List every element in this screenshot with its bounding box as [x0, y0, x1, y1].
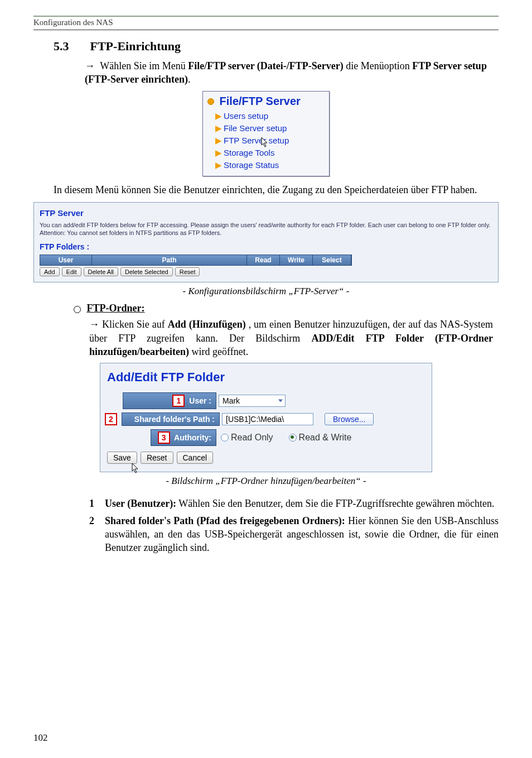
ftp-table-header: User Path Read Write Select: [40, 255, 352, 266]
th-user: User: [40, 255, 92, 265]
form-row-user: 1 User : Mark: [107, 392, 425, 409]
orange-dot-icon: [207, 98, 214, 105]
user-select[interactable]: Mark: [219, 395, 286, 407]
after-menu-paragraph: In diesem Menü können Sie die Benutzer e…: [54, 183, 499, 196]
add-button[interactable]: Add: [40, 267, 60, 276]
page-number: 102: [33, 732, 48, 743]
form-row-path: 2 Shared folder's Path : [USB1]C:\Media\…: [107, 412, 425, 426]
delete-selected-button[interactable]: Delete Selected: [120, 267, 173, 276]
triangle-icon: ▶: [215, 160, 222, 170]
label-authority: 3 Authority:: [151, 429, 216, 446]
label-path: Shared folder's Path :: [122, 412, 220, 426]
menu-item-label: Users setup: [224, 111, 268, 121]
badge-2: 2: [105, 413, 117, 425]
ftp-server-heading: FTP Server: [40, 208, 492, 218]
menu-item-label: FTP Server setup: [224, 136, 289, 145]
arrow-icon: →: [89, 319, 99, 330]
triangle-icon: ▶: [215, 148, 222, 157]
section-title: FTP-Einrichtung: [90, 39, 181, 53]
caption-add-edit: - Bildschirm „FTP-Ordner hinzufügen/bear…: [33, 476, 499, 487]
path-input-value: [USB1]C:\Media\: [226, 415, 284, 424]
add-bold-1: Add (Hinzufügen): [168, 319, 246, 330]
add-edit-title: Add/Edit FTP Folder: [107, 370, 425, 385]
intro-bold-1: File/FTP server (Datei-/FTP-Server): [188, 60, 344, 71]
menu-item-label: Storage Status: [224, 160, 279, 170]
menu-title: File/FTP Server: [207, 95, 325, 108]
cursor-icon: [132, 463, 141, 474]
label-user-text: User :: [189, 396, 211, 405]
add-edit-ftp-folder-screenshot: Add/Edit FTP Folder 1 User : Mark 2 Shar…: [100, 363, 432, 472]
menu-item-users-setup[interactable]: ▶Users setup: [207, 110, 325, 122]
cancel-button[interactable]: Cancel: [177, 452, 214, 464]
intro-text-1: Wählen Sie im Menü: [100, 60, 188, 71]
ftp-ordner-heading: FTP-Ordner:: [74, 303, 499, 314]
browse-button[interactable]: Browse...: [325, 413, 374, 425]
arrow-icon: →: [85, 60, 98, 71]
triangle-icon: ▶: [215, 136, 222, 145]
menu-item-file-server-setup[interactable]: ▶File Server setup: [207, 122, 325, 135]
menu-item-storage-tools[interactable]: ▶Storage Tools: [207, 147, 325, 159]
dialog-button-row: Save Reset Cancel: [107, 452, 425, 464]
edit-button[interactable]: Edit: [62, 267, 81, 276]
intro-text-3: .: [188, 74, 191, 85]
menu-item-storage-status[interactable]: ▶Storage Status: [207, 159, 325, 171]
menu-title-text: File/FTP Server: [220, 95, 301, 107]
ftp-ordner-title: FTP-Ordner:: [87, 303, 145, 314]
menu-screenshot: File/FTP Server ▶Users setup ▶File Serve…: [202, 91, 330, 176]
reset-button[interactable]: Reset: [175, 267, 200, 276]
radio-read-only-label: Read Only: [231, 433, 273, 443]
section-number: 5.3: [54, 39, 87, 54]
reset-button-dialog[interactable]: Reset: [141, 452, 173, 464]
radio-read-write-label: Read & Write: [299, 433, 352, 443]
label-user: 1 User :: [123, 392, 216, 409]
radio-icon: [221, 434, 229, 442]
header-rule: [33, 30, 499, 30]
list-item-text: Wählen Sie den Benutzer, dem Sie die FTP…: [176, 498, 494, 509]
radio-read-only[interactable]: Read Only: [221, 433, 273, 443]
form-row-authority: 3 Authority: Read Only Read & Write: [107, 429, 425, 446]
triangle-icon: ▶: [215, 111, 222, 121]
menu-item-ftp-server-setup[interactable]: ▶FTP Server setup: [207, 135, 325, 147]
add-text-3: wird geöffnet.: [192, 346, 249, 357]
label-path-text: Shared folder's Path :: [134, 415, 215, 424]
numbered-list: User (Benutzer): Wählen Sie den Benutzer…: [89, 497, 499, 554]
page-header: Konfiguration des NAS: [33, 16, 499, 30]
intro-paragraph: → Wählen Sie im Menü File/FTP server (Da…: [85, 59, 493, 87]
radio-icon-checked: [289, 434, 297, 442]
intro-text-2: die Menüoption: [346, 60, 412, 71]
triangle-icon: ▶: [215, 123, 222, 133]
path-input[interactable]: [USB1]C:\Media\: [222, 413, 313, 425]
ftp-folders-subheading: FTP Folders :: [40, 242, 492, 251]
header-region-text: Konfiguration des NAS: [33, 18, 499, 27]
section-heading: 5.3 FTP-Einrichtung: [54, 39, 499, 54]
menu-item-label: Storage Tools: [224, 148, 274, 157]
caption-ftp-server: - Konfigurationsbildschirm „FTP-Server“ …: [33, 286, 499, 297]
ftp-server-desc1: You can add/edit FTP folders below for F…: [40, 221, 492, 229]
delete-all-button[interactable]: Delete All: [84, 267, 118, 276]
circle-icon: [74, 306, 81, 313]
badge-1: 1: [172, 395, 185, 407]
cursor-icon: [261, 137, 270, 148]
radio-read-write[interactable]: Read & Write: [289, 433, 352, 443]
list-item: User (Benutzer): Wählen Sie den Benutzer…: [89, 497, 499, 510]
label-authority-text: Authority:: [174, 433, 211, 442]
add-instruction-paragraph: → Klicken Sie auf Add (Hinzufügen) , um …: [89, 318, 493, 358]
list-item-lead: Shared folder's Path (Pfad des freigegeb…: [105, 515, 345, 526]
th-select: Select: [313, 255, 351, 265]
menu-item-label: File Server setup: [224, 123, 287, 133]
th-write: Write: [280, 255, 313, 265]
save-button[interactable]: Save: [107, 452, 137, 464]
ftp-server-screenshot: FTP Server You can add/edit FTP folders …: [33, 202, 499, 283]
list-item-lead: User (Benutzer):: [105, 498, 176, 509]
ftp-server-desc2: Attention: You cannot set folders in NTF…: [40, 229, 492, 237]
user-selected-value: Mark: [223, 396, 240, 405]
ftp-button-row: Add Edit Delete All Delete Selected Rese…: [40, 267, 352, 276]
badge-3: 3: [158, 431, 170, 444]
list-item: Shared folder's Path (Pfad des freigegeb…: [89, 514, 499, 555]
th-path: Path: [92, 255, 247, 265]
th-read: Read: [247, 255, 280, 265]
add-text-1: Klicken Sie auf: [102, 319, 168, 330]
